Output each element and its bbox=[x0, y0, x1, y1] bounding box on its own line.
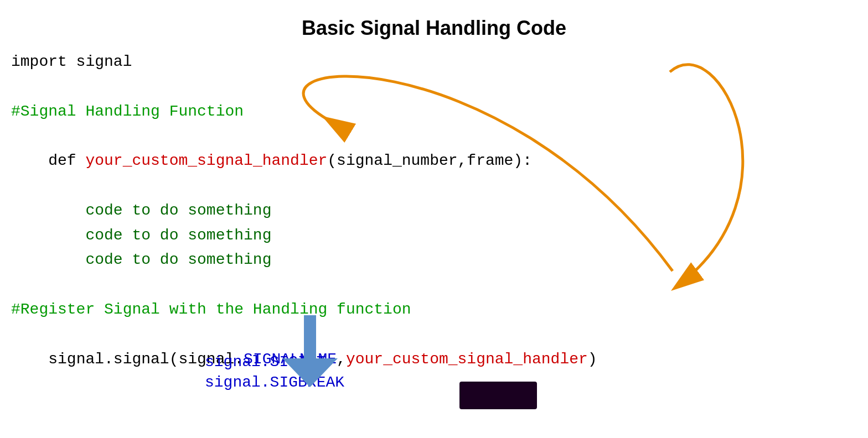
dark-rectangle bbox=[459, 382, 537, 409]
code-line-import: import signal bbox=[11, 50, 597, 75]
code-blank-2 bbox=[11, 273, 597, 298]
code-comment-1: #Signal Handling Function bbox=[11, 100, 597, 124]
code-signal-handler: your_custom_signal_handler bbox=[346, 351, 588, 368]
code-block: import signal #Signal Handling Function … bbox=[11, 50, 597, 397]
code-line-body-1: code to do something bbox=[11, 199, 597, 223]
code-line-body-3: code to do something bbox=[11, 248, 597, 273]
code-signal-suffix: ) bbox=[588, 351, 597, 368]
page-title: Basic Signal Handling Code bbox=[0, 0, 868, 51]
code-func-name: your_custom_signal_handler bbox=[85, 152, 327, 169]
code-blank-1 bbox=[11, 75, 597, 100]
code-line-def: def your_custom_signal_handler(signal_nu… bbox=[11, 124, 597, 198]
code-def-keyword: def bbox=[48, 152, 85, 169]
sigint-label: signal.SIGINT signal.SIGBREAK bbox=[205, 353, 344, 391]
code-line-body-2: code to do something bbox=[11, 223, 597, 248]
code-def-params: (signal_number,frame): bbox=[327, 152, 532, 169]
code-comment-2: #Register Signal with the Handling funct… bbox=[11, 298, 597, 322]
orange-arrow-curve bbox=[670, 65, 743, 288]
